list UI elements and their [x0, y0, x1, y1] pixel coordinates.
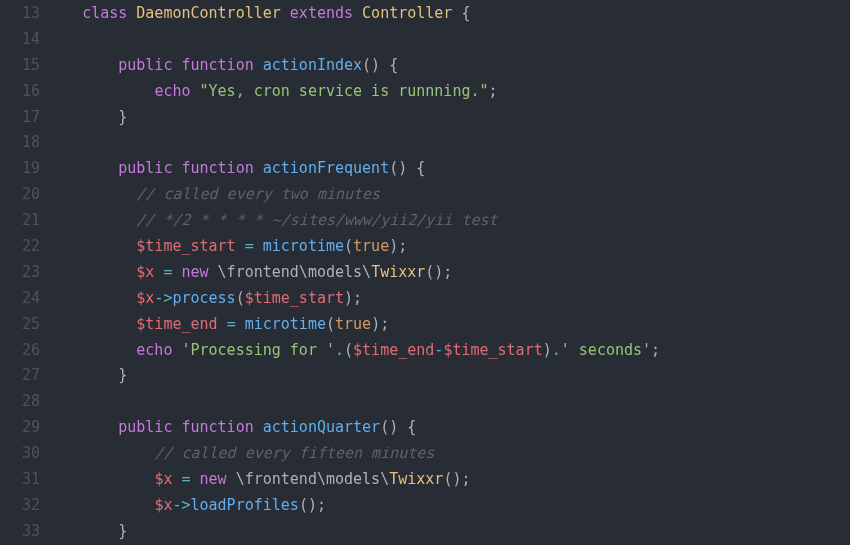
token-punc: ( — [326, 315, 335, 333]
token-ws — [281, 4, 290, 22]
code-line[interactable]: public function actionQuarter() { — [46, 415, 850, 441]
code-line[interactable]: public function actionIndex() { — [46, 53, 850, 79]
line-number: 32 — [0, 493, 40, 519]
code-line[interactable] — [46, 130, 850, 156]
token-cls: DaemonController — [136, 4, 281, 22]
token-ws — [191, 470, 200, 488]
token-punc: ; — [489, 82, 498, 100]
token-op: . — [335, 341, 344, 359]
token-var: $time_end — [353, 341, 434, 359]
token-ws — [46, 341, 136, 359]
token-str: "Yes, cron service is runnning." — [200, 82, 489, 100]
code-line[interactable] — [46, 27, 850, 53]
token-punc: () { — [380, 418, 416, 436]
code-area[interactable]: class DaemonController extends Controlle… — [46, 0, 850, 545]
token-ws — [254, 56, 263, 74]
token-kw: function — [181, 56, 253, 74]
token-fn: microtime — [245, 315, 326, 333]
code-line[interactable]: } — [46, 105, 850, 131]
token-punc: (); — [299, 496, 326, 514]
token-kw: public — [118, 56, 172, 74]
code-line[interactable]: echo 'Processing for '.($time_end-$time_… — [46, 338, 850, 364]
token-ws — [353, 4, 362, 22]
code-line[interactable]: // */2 * * * * ~/sites/www/yii2/yii test — [46, 208, 850, 234]
token-ws — [46, 470, 154, 488]
line-number: 14 — [0, 27, 40, 53]
line-number: 13 — [0, 1, 40, 27]
token-punc: ); — [344, 289, 362, 307]
token-kw: class — [82, 4, 127, 22]
code-line[interactable]: $x = new \frontend\models\Twixxr(); — [46, 260, 850, 286]
token-cmt: // called every two minutes — [136, 185, 380, 203]
token-punc: \frontend\models\ — [218, 263, 372, 281]
token-fn: actionFrequent — [263, 159, 389, 177]
line-number: 21 — [0, 208, 40, 234]
token-ws — [254, 418, 263, 436]
token-punc: ( — [236, 289, 245, 307]
token-punc: ( — [344, 341, 353, 359]
code-line[interactable]: $time_end = microtime(true); — [46, 312, 850, 338]
token-punc: ); — [371, 315, 389, 333]
token-cls: Controller — [362, 4, 452, 22]
line-number: 27 — [0, 363, 40, 389]
token-var: $time_end — [136, 315, 217, 333]
line-number: 20 — [0, 182, 40, 208]
token-var: $time_start — [136, 237, 235, 255]
token-cls: Twixxr — [371, 263, 425, 281]
token-punc: } — [46, 366, 127, 384]
token-punc: } — [46, 522, 127, 540]
code-line[interactable]: $x->process($time_start); — [46, 286, 850, 312]
token-punc: \frontend\models\ — [236, 470, 390, 488]
token-op: -> — [172, 496, 190, 514]
token-punc: ); — [389, 237, 407, 255]
line-number: 30 — [0, 441, 40, 467]
code-line[interactable]: echo "Yes, cron service is runnning."; — [46, 79, 850, 105]
code-line[interactable]: public function actionFrequent() { — [46, 156, 850, 182]
token-const: true — [335, 315, 371, 333]
token-str: ' seconds' — [561, 341, 651, 359]
code-line[interactable]: class DaemonController extends Controlle… — [46, 1, 850, 27]
token-kw: extends — [290, 4, 353, 22]
token-ws — [46, 56, 118, 74]
token-punc: ; — [651, 341, 660, 359]
token-kw: new — [200, 470, 227, 488]
token-kw: echo — [154, 82, 190, 100]
line-number: 19 — [0, 156, 40, 182]
code-line[interactable]: // called every two minutes — [46, 182, 850, 208]
line-number-gutter: 1314151617181920212223242526272829303132… — [0, 0, 46, 545]
token-ws — [46, 4, 82, 22]
token-var: $time_start — [245, 289, 344, 307]
token-str: 'Processing for ' — [181, 341, 335, 359]
line-number: 28 — [0, 389, 40, 415]
token-punc: ( — [344, 237, 353, 255]
code-line[interactable]: } — [46, 363, 850, 389]
code-line[interactable]: $x->loadProfiles(); — [46, 493, 850, 519]
token-var: $x — [136, 289, 154, 307]
line-number: 31 — [0, 467, 40, 493]
code-editor[interactable]: 1314151617181920212223242526272829303132… — [0, 0, 850, 545]
code-line[interactable]: $x = new \frontend\models\Twixxr(); — [46, 467, 850, 493]
token-punc: ) — [543, 341, 552, 359]
code-line[interactable] — [46, 389, 850, 415]
line-number: 16 — [0, 79, 40, 105]
token-ws — [46, 418, 118, 436]
token-ws — [46, 444, 154, 462]
token-punc: } — [46, 108, 127, 126]
token-ws — [254, 237, 263, 255]
token-ws — [46, 315, 136, 333]
line-number: 24 — [0, 286, 40, 312]
token-kw: public — [118, 418, 172, 436]
line-number: 33 — [0, 519, 40, 545]
token-kw: function — [181, 418, 253, 436]
token-ws — [236, 315, 245, 333]
code-line[interactable]: } — [46, 519, 850, 545]
code-line[interactable]: $time_start = microtime(true); — [46, 234, 850, 260]
token-fn: actionIndex — [263, 56, 362, 74]
token-fn: loadProfiles — [191, 496, 299, 514]
token-ws — [46, 263, 136, 281]
token-ws — [218, 315, 227, 333]
token-punc: (); — [425, 263, 452, 281]
token-ws — [46, 159, 118, 177]
code-line[interactable]: // called every fifteen minutes — [46, 441, 850, 467]
token-var: $x — [154, 470, 172, 488]
